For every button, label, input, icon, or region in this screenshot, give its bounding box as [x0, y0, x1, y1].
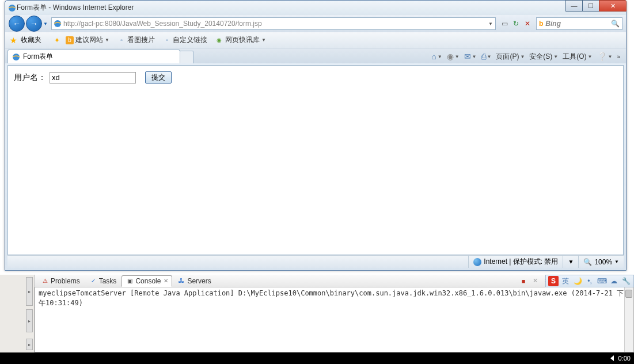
scrollbar-thumb[interactable] [625, 290, 632, 298]
rss-icon: ◉ [447, 52, 454, 61]
ime-punct-icon[interactable]: •, [584, 276, 595, 286]
favorites-label[interactable]: 收藏夹 [21, 35, 41, 45]
tools-menu[interactable]: 工具(O)▼ [563, 52, 592, 62]
command-bar: ⌂▼ ◉▼ ✉▼ ⎙▼ 页面(P)▼ 安全(S)▼ 工具(O)▼ ❔▼ » [431, 50, 624, 63]
eclipse-gutter: ▸ ▸ ▸ [0, 275, 35, 352]
gutter-restore-top[interactable]: ▸ [26, 277, 33, 306]
nav-bar: ← → ▼ http://gacl-pc:8080/JavaWeb_Sessio… [5, 15, 626, 32]
ime-cloud-icon[interactable]: ☁ [609, 276, 619, 286]
forward-button[interactable]: → [26, 16, 42, 32]
help-button[interactable]: ❔▼ [597, 52, 613, 61]
ime-keyboard-icon[interactable]: ⌨ [597, 276, 607, 286]
maximize-button[interactable]: ☐ [582, 0, 599, 12]
page-menu[interactable]: 页面(P)▼ [496, 52, 525, 62]
tab-bar: Form表单 ⌂▼ ◉▼ ✉▼ ⎙▼ 页面(P)▼ 安全(S)▼ 工具(O)▼ … [5, 48, 626, 63]
tab-title: Form表单 [23, 52, 53, 62]
minimize-button[interactable]: — [565, 0, 583, 12]
print-icon: ⎙ [481, 52, 486, 61]
terminate-icon[interactable]: ■ [519, 276, 528, 286]
fav-link-custom[interactable]: ▫自定义链接 [161, 34, 210, 46]
url-action-buttons: ▭ ↻ ✕ [498, 18, 534, 29]
tasks-icon: ✓ [89, 277, 97, 285]
problems-icon: ⚠ [41, 277, 49, 285]
refresh-icon[interactable]: ↻ [511, 18, 521, 29]
add-favorite-icon[interactable]: ✦ [54, 36, 60, 44]
search-bar[interactable]: b Bing 🔍 [536, 17, 622, 30]
safety-menu[interactable]: 安全(S)▼ [529, 52, 558, 62]
search-icon[interactable]: 🔍 [611, 20, 620, 28]
console-icon: ▣ [126, 277, 134, 285]
fav-link-image-search[interactable]: ▫看图搜片 [115, 34, 157, 46]
bing-fav-icon: b [66, 36, 74, 44]
security-zone[interactable]: Internet | 保护模式: 禁用 [468, 256, 563, 268]
chevron-icon[interactable]: » [617, 54, 620, 60]
submit-button[interactable]: 提交 [145, 71, 172, 84]
tab-tasks[interactable]: ✓Tasks [85, 275, 121, 287]
ime-moon-icon[interactable]: 🌙 [572, 276, 583, 286]
fav-link-suggested[interactable]: b建议网站▼ [63, 34, 112, 46]
form-row: 用户名： 提交 [14, 71, 617, 84]
clock-text: 0:00 [618, 355, 631, 362]
url-text: http://gacl-pc:8080/JavaWeb_Session_Stud… [63, 20, 487, 28]
console-output: myeclipseTomcatServer [Remote Java Appli… [39, 289, 624, 307]
new-tab-button[interactable] [180, 51, 193, 63]
taskbar[interactable]: 0:00 [0, 352, 634, 364]
zone-text: Internet | 保护模式: 禁用 [484, 257, 558, 267]
eclipse-tab-bar: ⚠Problems ✓Tasks ▣Console✕ 🖧Servers ■ ✕ … [35, 275, 634, 287]
title-bar[interactable]: Form表单 - Windows Internet Explorer — ☐ ✕ [5, 1, 626, 15]
favorites-star-icon[interactable]: ★ [10, 36, 17, 45]
nav-history-dropdown[interactable]: ▼ [42, 17, 49, 31]
mail-button[interactable]: ✉▼ [464, 52, 477, 61]
print-button[interactable]: ⎙▼ [481, 52, 492, 61]
ime-toolbar[interactable]: S 英 🌙 •, ⌨ ☁ 🔧 [545, 275, 634, 287]
page-fav-icon: ▫ [163, 36, 171, 44]
page-icon [53, 19, 62, 28]
tab-icon [12, 52, 21, 62]
feeds-button[interactable]: ◉▼ [447, 52, 460, 61]
eclipse-main: ⚠Problems ✓Tasks ▣Console✕ 🖧Servers ■ ✕ … [35, 275, 634, 352]
tab-active[interactable]: Form表单 [7, 50, 180, 63]
nav-arrows: ← → ▼ [9, 16, 49, 32]
mail-icon: ✉ [464, 52, 471, 61]
tab-servers[interactable]: 🖧Servers [173, 275, 215, 287]
fav-link-webslice[interactable]: ◉网页快讯库▼ [213, 34, 268, 46]
globe-icon [473, 258, 481, 266]
zoom-text: 100% [594, 258, 612, 266]
page-content: 用户名： 提交 [7, 65, 624, 255]
stop-icon[interactable]: ✕ [522, 18, 533, 29]
tab-problems[interactable]: ⚠Problems [37, 275, 84, 287]
zoom-icon: 🔍 [583, 258, 592, 266]
window-title: Form表单 - Windows Internet Explorer [17, 3, 624, 13]
username-input[interactable] [50, 72, 136, 84]
compat-view-icon[interactable]: ▭ [499, 18, 510, 29]
address-bar[interactable]: http://gacl-pc:8080/JavaWeb_Session_Stud… [51, 17, 496, 30]
svg-point-2 [13, 54, 20, 60]
page-fav-icon: ▫ [117, 36, 126, 44]
eclipse-panel: ▸ ▸ ▸ ⚠Problems ✓Tasks ▣Console✕ 🖧Server… [0, 275, 634, 352]
servers-icon: 🖧 [177, 277, 185, 285]
back-button[interactable]: ← [9, 16, 25, 32]
taskbar-clock[interactable]: 0:00 [607, 355, 634, 362]
console-body[interactable]: myeclipseTomcatServer [Remote Java Appli… [35, 287, 634, 352]
window-buttons: — ☐ ✕ [566, 0, 627, 12]
home-button[interactable]: ⌂▼ [431, 52, 442, 61]
protected-mode-dropdown[interactable]: ▼ [563, 256, 578, 268]
ime-lang-button[interactable]: 英 [560, 276, 571, 286]
url-dropdown-icon[interactable]: ▼ [488, 21, 493, 26]
status-bar: Internet | 保护模式: 禁用 ▼ 🔍 100% ▼ [7, 255, 624, 268]
gutter-restore-mid[interactable]: ▸ [26, 309, 33, 332]
feed-fav-icon: ◉ [215, 36, 223, 44]
ie-icon [7, 3, 17, 13]
ime-sogou-icon[interactable]: S [548, 276, 559, 286]
close-button[interactable]: ✕ [599, 0, 627, 12]
favorites-bar: ★ 收藏夹 ✦ b建议网站▼ ▫看图搜片 ▫自定义链接 ◉网页快讯库▼ [5, 32, 626, 48]
remove-launch-icon[interactable]: ✕ [530, 276, 540, 286]
svg-point-0 [9, 5, 16, 12]
tab-console[interactable]: ▣Console✕ [122, 275, 172, 287]
ime-settings-icon[interactable]: 🔧 [621, 276, 631, 286]
bing-icon: b [539, 20, 543, 28]
zoom-control[interactable]: 🔍 100% ▼ [578, 256, 624, 268]
console-scrollbar[interactable] [624, 287, 633, 352]
gutter-restore-bottom[interactable]: ▸ [26, 339, 33, 350]
tab-close-icon[interactable]: ✕ [164, 278, 168, 284]
